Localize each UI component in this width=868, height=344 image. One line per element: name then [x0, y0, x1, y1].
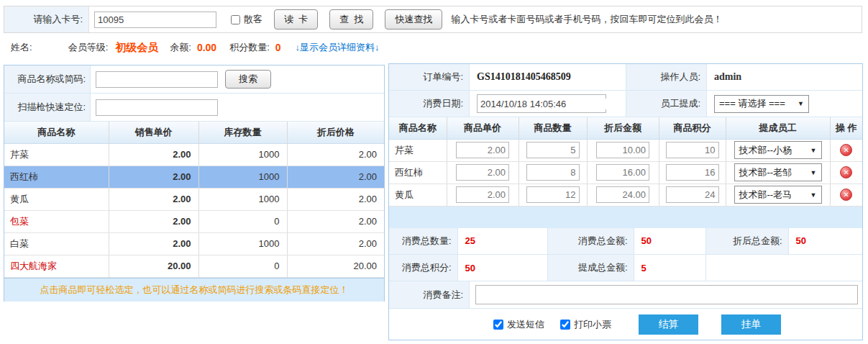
- product-stock: 1000: [198, 232, 287, 255]
- find-button[interactable]: 查 找: [329, 9, 373, 30]
- order-summary: 消费总数量: 25 消费总金额: 50 折后总金额: 50 消费总积分: 50 …: [389, 228, 862, 282]
- settle-button[interactable]: 结算: [639, 314, 698, 335]
- product-price: 2.00: [109, 143, 198, 166]
- commission-cell: === 请选择 === ▼: [707, 91, 862, 117]
- product-stock: 0: [198, 210, 287, 232]
- card-entry-hint: 输入卡号或者卡面号码或者手机号码，按回车即可定位到此会员！: [451, 13, 722, 26]
- order-no-value: GS1410181405468509: [470, 64, 626, 90]
- read-card-button[interactable]: 读 卡: [274, 9, 318, 30]
- delete-item-icon[interactable]: ✕: [840, 189, 852, 201]
- item-staff-select[interactable]: 技术部--小杨 ▼: [734, 141, 822, 159]
- commission-select[interactable]: === 请选择 === ▼: [714, 95, 809, 113]
- product-row-selected[interactable]: 西红柿 2.00 1000 2.00: [4, 166, 384, 188]
- item-price-input[interactable]: [456, 142, 509, 158]
- quick-find-button[interactable]: 快速查找: [385, 9, 442, 30]
- product-disc-price: 20.00: [287, 255, 384, 277]
- remark-label: 消费备注:: [389, 281, 470, 308]
- item-amount-input[interactable]: [596, 142, 649, 158]
- show-member-detail-link[interactable]: ↓显示会员详细资料↓: [296, 41, 380, 54]
- product-list-panel: 商品名称或简码: 搜索 扫描枪快速定位: 商品名称 销售单价 库存数量 折后价格…: [4, 65, 385, 302]
- order-info-row-2: 消费日期: 员工提成: === 请选择 === ▼: [389, 91, 862, 117]
- item-name: 西红柿: [389, 161, 447, 184]
- consume-date-cell: [470, 91, 626, 117]
- col-product-name: 商品名称: [4, 122, 109, 143]
- product-price: 2.00: [109, 232, 198, 255]
- consume-date-input[interactable]: [480, 99, 607, 109]
- walkin-checkbox[interactable]: [231, 15, 240, 24]
- product-row[interactable]: 黄瓜 2.00 1000 2.00: [4, 188, 384, 210]
- col-item-action: 操 作: [830, 117, 862, 139]
- col-item-points: 商品积分: [659, 117, 726, 139]
- col-item-price: 商品单价: [447, 117, 518, 139]
- col-item-amount: 折后金额: [587, 117, 659, 139]
- product-row[interactable]: 四大航海家 20.00 0 20.00: [4, 255, 384, 277]
- operator-value: admin: [707, 64, 862, 90]
- item-qty-input[interactable]: [526, 142, 580, 158]
- product-price: 2.00: [109, 166, 198, 188]
- item-staff-select[interactable]: 技术部--老马 ▼: [734, 186, 822, 204]
- chevron-down-icon: ▼: [810, 191, 817, 199]
- col-discount-price: 折后价格: [287, 122, 384, 143]
- summary-row-1: 消费总数量: 25 消费总金额: 50 折后总金额: 50: [389, 228, 862, 255]
- item-points-input[interactable]: [666, 164, 719, 181]
- item-price-input[interactable]: [456, 186, 509, 203]
- member-points-label: 积分数量:: [229, 41, 270, 54]
- chevron-down-icon: ▼: [798, 100, 804, 107]
- hold-order-button[interactable]: 挂单: [721, 314, 781, 335]
- product-stock: 1000: [198, 143, 287, 166]
- member-info-bar: 姓名: 会员等级: 初级会员 余额: 0.00 积分数量: 0 ↓显示会员详细资…: [4, 35, 862, 60]
- product-name: 四大航海家: [4, 255, 109, 277]
- summary-row-2: 消费总积分: 50 提成总金额: 5: [389, 255, 862, 281]
- product-row[interactable]: 芹菜 2.00 1000 2.00: [4, 143, 384, 166]
- order-actions: 发送短信 打印小票 结算 挂单: [389, 309, 862, 340]
- product-table-header: 商品名称 销售单价 库存数量 折后价格: [4, 122, 384, 143]
- product-search-input[interactable]: [96, 71, 218, 88]
- disc-total-value: 50: [788, 228, 862, 255]
- order-panel: 订单编号: GS1410181405468509 操作人员: admin 消费日…: [388, 63, 863, 340]
- product-row[interactable]: 包菜 2.00 0 2.00: [4, 210, 384, 232]
- order-no-label: 订单编号:: [389, 64, 470, 90]
- product-name: 白菜: [4, 232, 109, 255]
- product-row[interactable]: 白菜 2.00 1000 2.00: [4, 232, 384, 255]
- item-amount-input[interactable]: [596, 164, 649, 181]
- member-level-value: 初级会员: [115, 41, 158, 55]
- product-stock: 1000: [198, 166, 287, 188]
- item-amount-input[interactable]: [596, 186, 649, 203]
- item-points-input[interactable]: [666, 142, 719, 158]
- product-name: 黄瓜: [4, 188, 109, 210]
- total-amount-label: 消费总金额:: [547, 228, 634, 255]
- commission-select-value: === 请选择 ===: [719, 97, 785, 110]
- order-items-table: 商品名称 商品单价 商品数量 折后金额 商品积分 提成员工 操 作 芹菜 技术部…: [389, 117, 862, 207]
- item-staff-select[interactable]: 技术部--老邹 ▼: [734, 163, 822, 181]
- member-balance-label: 余额:: [170, 41, 191, 54]
- delete-item-icon[interactable]: ✕: [840, 144, 852, 156]
- product-price: 2.00: [109, 210, 198, 232]
- item-name: 黄瓜: [389, 184, 447, 206]
- item-qty-input[interactable]: [526, 186, 580, 203]
- product-search-button[interactable]: 搜索: [225, 70, 271, 89]
- product-stock: 0: [198, 255, 287, 277]
- product-disc-price: 2.00: [287, 166, 384, 188]
- print-ticket-checkbox[interactable]: [560, 320, 570, 330]
- item-points-input[interactable]: [666, 186, 719, 203]
- member-points-value: 0: [275, 42, 281, 53]
- send-sms-checkbox[interactable]: [493, 320, 503, 330]
- comm-total-value: 5: [634, 255, 705, 281]
- item-qty-input[interactable]: [526, 164, 580, 181]
- operator-label: 操作人员:: [626, 64, 707, 90]
- delete-item-icon[interactable]: ✕: [840, 166, 852, 178]
- product-disc-price: 2.00: [287, 210, 384, 232]
- card-number-input[interactable]: [94, 12, 216, 28]
- order-item-row: 黄瓜 技术部--老马 ▼ ✕: [389, 184, 862, 206]
- total-points-label: 消费总积分:: [389, 255, 457, 281]
- order-item-row: 芹菜 技术部--小杨 ▼ ✕: [389, 139, 862, 161]
- scan-locate-input[interactable]: [96, 99, 218, 116]
- item-staff-value: 技术部--老马: [739, 189, 792, 202]
- order-table-filler: [389, 207, 862, 228]
- item-price-input[interactable]: [456, 164, 509, 181]
- product-disc-price: 2.00: [287, 143, 384, 166]
- remark-input[interactable]: [475, 285, 858, 304]
- product-disc-price: 2.00: [287, 232, 384, 255]
- col-item-staff: 提成员工: [726, 117, 830, 139]
- disc-total-label: 折后总金额:: [705, 228, 788, 255]
